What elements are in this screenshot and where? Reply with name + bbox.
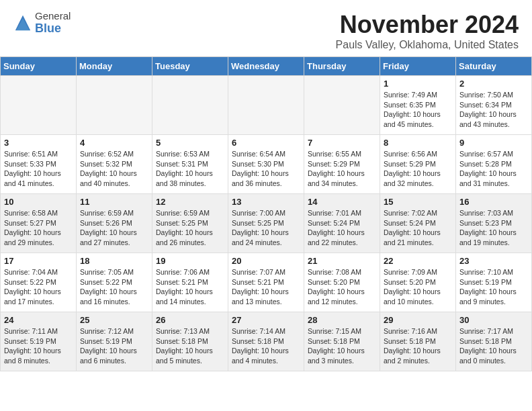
calendar-cell: 14Sunrise: 7:01 AM Sunset: 5:24 PM Dayli… [304,194,380,253]
calendar-cell: 5Sunrise: 6:53 AM Sunset: 5:31 PM Daylig… [152,135,228,194]
calendar-cell: 3Sunrise: 6:51 AM Sunset: 5:33 PM Daylig… [1,135,77,194]
calendar-cell: 12Sunrise: 6:59 AM Sunset: 5:25 PM Dayli… [152,194,228,253]
day-number: 27 [232,315,300,325]
day-number: 28 [308,315,376,325]
day-number: 17 [4,256,73,266]
calendar-cell: 30Sunrise: 7:17 AM Sunset: 5:18 PM Dayli… [456,312,532,371]
weekday-header-thursday: Thursday [304,57,380,76]
day-number: 12 [156,197,224,207]
calendar-cell [152,76,228,135]
day-number: 15 [384,197,452,207]
day-number: 3 [4,138,73,148]
week-row-5: 24Sunrise: 7:11 AM Sunset: 5:19 PM Dayli… [1,312,532,371]
day-number: 8 [384,138,452,148]
calendar-cell: 15Sunrise: 7:02 AM Sunset: 5:24 PM Dayli… [380,194,456,253]
day-number: 7 [308,138,376,148]
day-number: 29 [384,315,452,325]
day-number: 25 [80,315,148,325]
day-info: Sunrise: 6:59 AM Sunset: 5:26 PM Dayligh… [80,208,148,248]
calendar-cell: 24Sunrise: 7:11 AM Sunset: 5:19 PM Dayli… [1,312,77,371]
day-info: Sunrise: 7:05 AM Sunset: 5:22 PM Dayligh… [80,267,148,307]
day-info: Sunrise: 7:04 AM Sunset: 5:22 PM Dayligh… [4,267,73,307]
day-number: 2 [459,79,528,89]
calendar-cell: 29Sunrise: 7:16 AM Sunset: 5:18 PM Dayli… [380,312,456,371]
day-number: 24 [4,315,73,325]
calendar-cell: 10Sunrise: 6:58 AM Sunset: 5:27 PM Dayli… [1,194,77,253]
calendar-cell: 18Sunrise: 7:05 AM Sunset: 5:22 PM Dayli… [77,253,152,312]
calendar-cell [1,76,77,135]
calendar-cell: 11Sunrise: 6:59 AM Sunset: 5:26 PM Dayli… [77,194,152,253]
weekday-header-sunday: Sunday [1,57,77,76]
day-info: Sunrise: 6:59 AM Sunset: 5:25 PM Dayligh… [156,208,224,248]
calendar-cell: 13Sunrise: 7:00 AM Sunset: 5:25 PM Dayli… [228,194,304,253]
calendar-cell: 2Sunrise: 7:50 AM Sunset: 6:34 PM Daylig… [456,76,532,135]
day-info: Sunrise: 7:17 AM Sunset: 5:18 PM Dayligh… [459,326,528,366]
day-info: Sunrise: 7:06 AM Sunset: 5:21 PM Dayligh… [156,267,224,307]
calendar-cell [77,76,152,135]
day-info: Sunrise: 7:03 AM Sunset: 5:23 PM Dayligh… [459,208,528,248]
calendar-cell: 21Sunrise: 7:08 AM Sunset: 5:20 PM Dayli… [304,253,380,312]
day-number: 14 [308,197,376,207]
calendar-cell: 22Sunrise: 7:09 AM Sunset: 5:20 PM Dayli… [380,253,456,312]
day-info: Sunrise: 6:54 AM Sunset: 5:30 PM Dayligh… [232,149,300,189]
calendar-table: SundayMondayTuesdayWednesdayThursdayFrid… [0,56,532,371]
weekday-header-row: SundayMondayTuesdayWednesdayThursdayFrid… [1,57,532,76]
day-number: 20 [232,256,300,266]
weekday-header-wednesday: Wednesday [228,57,304,76]
day-info: Sunrise: 7:01 AM Sunset: 5:24 PM Dayligh… [308,208,376,248]
calendar-cell: 6Sunrise: 6:54 AM Sunset: 5:30 PM Daylig… [228,135,304,194]
day-info: Sunrise: 6:56 AM Sunset: 5:29 PM Dayligh… [384,149,452,189]
calendar-cell: 9Sunrise: 6:57 AM Sunset: 5:28 PM Daylig… [456,135,532,194]
day-number: 13 [232,197,300,207]
calendar-cell: 26Sunrise: 7:13 AM Sunset: 5:18 PM Dayli… [152,312,228,371]
day-info: Sunrise: 7:07 AM Sunset: 5:21 PM Dayligh… [232,267,300,307]
day-info: Sunrise: 7:13 AM Sunset: 5:18 PM Dayligh… [156,326,224,366]
calendar-cell: 16Sunrise: 7:03 AM Sunset: 5:23 PM Dayli… [456,194,532,253]
day-number: 19 [156,256,224,266]
day-number: 10 [4,197,73,207]
day-info: Sunrise: 7:09 AM Sunset: 5:20 PM Dayligh… [384,267,452,307]
day-info: Sunrise: 7:50 AM Sunset: 6:34 PM Dayligh… [459,90,528,130]
day-info: Sunrise: 7:10 AM Sunset: 5:19 PM Dayligh… [459,267,528,307]
day-info: Sunrise: 6:53 AM Sunset: 5:31 PM Dayligh… [156,149,224,189]
calendar-cell: 19Sunrise: 7:06 AM Sunset: 5:21 PM Dayli… [152,253,228,312]
day-info: Sunrise: 7:15 AM Sunset: 5:18 PM Dayligh… [308,326,376,366]
day-number: 16 [459,197,528,207]
logo-general-text: General [35,11,71,22]
week-row-2: 3Sunrise: 6:51 AM Sunset: 5:33 PM Daylig… [1,135,532,194]
week-row-3: 10Sunrise: 6:58 AM Sunset: 5:27 PM Dayli… [1,194,532,253]
weekday-header-friday: Friday [380,57,456,76]
day-info: Sunrise: 7:49 AM Sunset: 6:35 PM Dayligh… [384,90,452,130]
calendar-cell: 28Sunrise: 7:15 AM Sunset: 5:18 PM Dayli… [304,312,380,371]
calendar-location: Pauls Valley, Oklahoma, United States [336,39,519,51]
day-info: Sunrise: 6:57 AM Sunset: 5:28 PM Dayligh… [459,149,528,189]
day-info: Sunrise: 7:02 AM Sunset: 5:24 PM Dayligh… [384,208,452,248]
calendar-cell: 23Sunrise: 7:10 AM Sunset: 5:19 PM Dayli… [456,253,532,312]
day-info: Sunrise: 7:08 AM Sunset: 5:20 PM Dayligh… [308,267,376,307]
calendar-cell [304,76,380,135]
day-info: Sunrise: 7:12 AM Sunset: 5:19 PM Dayligh… [80,326,148,366]
day-number: 23 [459,256,528,266]
day-number: 4 [80,138,148,148]
calendar-cell: 27Sunrise: 7:14 AM Sunset: 5:18 PM Dayli… [228,312,304,371]
week-row-1: 1Sunrise: 7:49 AM Sunset: 6:35 PM Daylig… [1,76,532,135]
svg-marker-1 [16,18,30,30]
day-number: 11 [80,197,148,207]
page-header: General Blue November 2024 Pauls Valley,… [0,0,532,56]
day-number: 6 [232,138,300,148]
weekday-header-monday: Monday [77,57,152,76]
day-number: 9 [459,138,528,148]
day-info: Sunrise: 6:51 AM Sunset: 5:33 PM Dayligh… [4,149,73,189]
calendar-cell: 1Sunrise: 7:49 AM Sunset: 6:35 PM Daylig… [380,76,456,135]
day-info: Sunrise: 7:00 AM Sunset: 5:25 PM Dayligh… [232,208,300,248]
weekday-header-saturday: Saturday [456,57,532,76]
week-row-4: 17Sunrise: 7:04 AM Sunset: 5:22 PM Dayli… [1,253,532,312]
calendar-cell: 20Sunrise: 7:07 AM Sunset: 5:21 PM Dayli… [228,253,304,312]
day-number: 1 [384,79,452,89]
calendar-cell: 7Sunrise: 6:55 AM Sunset: 5:29 PM Daylig… [304,135,380,194]
calendar-cell: 8Sunrise: 6:56 AM Sunset: 5:29 PM Daylig… [380,135,456,194]
calendar-title: November 2024 [336,11,519,39]
day-number: 22 [384,256,452,266]
day-info: Sunrise: 7:11 AM Sunset: 5:19 PM Dayligh… [4,326,73,366]
calendar-cell: 17Sunrise: 7:04 AM Sunset: 5:22 PM Dayli… [1,253,77,312]
